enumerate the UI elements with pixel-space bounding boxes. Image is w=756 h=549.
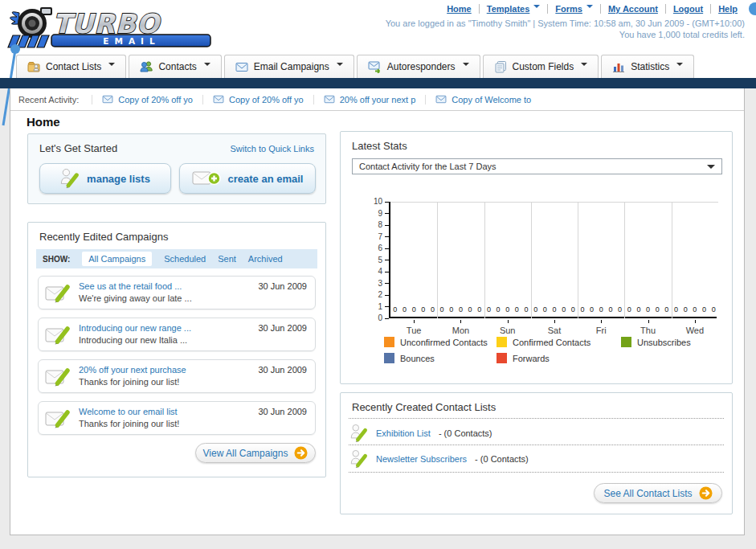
- campaign-row[interactable]: See us at the retail food ... We're givi…: [38, 276, 316, 309]
- recently-created-contact-lists-panel: Recently Created Contact Lists Exhibitio…: [340, 392, 733, 514]
- nav-home-link[interactable]: Home: [439, 4, 479, 14]
- campaign-text: 20% off your next purchase Thanks for jo…: [79, 364, 186, 388]
- tab-custom-fields[interactable]: Custom Fields: [483, 55, 599, 78]
- chart-element: 0: [626, 305, 632, 313]
- chevron-down-icon: [202, 61, 210, 72]
- chart-element: 0: [485, 305, 492, 313]
- chart-element: 6: [362, 244, 382, 252]
- chart-element: 0: [420, 305, 427, 313]
- campaign-row[interactable]: 20% off your next purchase Thanks for jo…: [38, 359, 316, 393]
- chart-element: [385, 225, 389, 226]
- tab-label: Custom Fields: [513, 61, 574, 72]
- chevron-down-icon: [707, 165, 715, 173]
- nav-templates-link[interactable]: Templates: [479, 4, 548, 14]
- chart-element: [648, 320, 649, 323]
- main-content: Recent Activity: Copy of 20% off yo Copy…: [10, 88, 745, 535]
- tab-autoresponders[interactable]: Autoresponders: [357, 55, 480, 78]
- manage-lists-button[interactable]: manage lists: [39, 163, 171, 194]
- tab-email-campaigns[interactable]: Email Campaigns: [224, 55, 354, 78]
- chart-element: 0: [533, 305, 539, 313]
- recent-activity-link[interactable]: Copy of Welcome to: [452, 95, 531, 104]
- contact-list-link[interactable]: Exhibition List: [376, 428, 431, 438]
- turbo-email-logo: TURBO EMAIL: [5, 3, 223, 55]
- chart-element: 0: [570, 305, 576, 313]
- envelope-pencil-icon: [45, 408, 72, 430]
- nav-help-link[interactable]: Help: [710, 4, 745, 14]
- campaign-title-link[interactable]: See us at the retail food ...: [79, 281, 182, 291]
- manage-lists-label: manage lists: [87, 173, 150, 185]
- nav-logout-link[interactable]: Logout: [665, 4, 710, 14]
- campaign-title-link[interactable]: 20% off your next purchase: [79, 365, 186, 375]
- campaign-subtitle: Introducing our new Italia ...: [79, 335, 187, 345]
- filter-sent[interactable]: Sent: [218, 254, 236, 264]
- view-all-campaigns-label: View All Campaigns: [203, 448, 288, 459]
- campaign-row[interactable]: Welcome to our email list Thanks for joi…: [38, 401, 316, 435]
- legend-swatch: [384, 353, 394, 363]
- view-all-campaigns-button[interactable]: View All Campaigns: [195, 443, 316, 463]
- chart-element: 1: [362, 302, 382, 311]
- filter-scheduled[interactable]: Scheduled: [164, 254, 206, 264]
- campaign-title-link[interactable]: Introducing our new range ...: [79, 323, 191, 333]
- chart-element: [601, 320, 602, 323]
- envelope-pencil-icon: [45, 282, 72, 305]
- campaign-text: Welcome to our email list Thanks for joi…: [79, 406, 179, 430]
- chart-element: Thu: [631, 326, 666, 335]
- chevron-down-icon: [579, 61, 587, 72]
- campaign-title-link[interactable]: Welcome to our email list: [79, 407, 178, 416]
- tab-statistics[interactable]: Statistics: [601, 55, 694, 78]
- legend-item: Unsubscribes: [621, 337, 691, 347]
- stats-period-select[interactable]: Contact Activity for the Last 7 Days: [352, 158, 722, 174]
- chart-element: 9: [362, 209, 382, 218]
- filter-archived[interactable]: Archived: [248, 254, 283, 264]
- legend-label: Confirmed Contacts: [513, 338, 590, 347]
- credits-info-text: You have 1,000 total credits left.: [619, 30, 745, 39]
- legend-label: Unsubscribes: [637, 338, 691, 347]
- filter-all-campaigns[interactable]: All Campaigns: [82, 252, 152, 266]
- chart-element: [460, 320, 461, 323]
- recent-activity-link[interactable]: 20% off your next p: [340, 95, 416, 104]
- campaign-row[interactable]: Introducing our new range ... Introducin…: [38, 318, 316, 351]
- create-email-button[interactable]: create an email: [179, 163, 316, 194]
- switch-to-quick-links[interactable]: Switch to Quick Links: [230, 144, 314, 154]
- main-tab-bar: Contact Lists Contacts Email Campaigns: [16, 55, 694, 78]
- chart-element: Tue: [396, 326, 431, 335]
- chart-element: 0: [701, 305, 708, 313]
- chart-element: 0: [505, 305, 511, 313]
- contact-list-link[interactable]: Newsletter Subscribers: [376, 454, 467, 464]
- nav-my-account-link[interactable]: My Account: [600, 4, 665, 14]
- chart-element: 0: [439, 305, 445, 313]
- chart-element: 0: [579, 305, 586, 313]
- chevron-down-icon: [461, 61, 469, 72]
- campaign-text: See us at the retail food ... We're givi…: [79, 281, 192, 305]
- chart-element: [578, 202, 578, 318]
- recent-activity-link[interactable]: Copy of 20% off yo: [118, 95, 193, 104]
- recent-activity-label: Recent Activity:: [18, 95, 92, 104]
- contact-list-item: Newsletter Subscribers - (0 Contacts): [350, 448, 529, 470]
- campaign-date: 30 Jun 2009: [258, 365, 307, 375]
- chart-element: [385, 202, 389, 203]
- recent-activity-link[interactable]: Copy of 20% off yo: [229, 95, 304, 104]
- chart-element: 0: [654, 305, 660, 313]
- recent-activity-item: Copy of 20% off yo: [202, 95, 313, 104]
- see-all-contact-lists-button[interactable]: See All Contact Lists: [594, 483, 722, 503]
- legend-item: Unconfirmed Contacts: [384, 337, 488, 347]
- chart-element: 0: [635, 305, 642, 313]
- chart-plot-area: [389, 202, 717, 318]
- person-pencil-icon: [60, 168, 80, 189]
- chevron-down-icon: [107, 61, 115, 72]
- show-label: SHOW:: [43, 255, 70, 264]
- tab-contact-lists[interactable]: Contact Lists: [16, 55, 126, 78]
- contact-lists-title: Recently Created Contact Lists: [352, 401, 496, 413]
- chart-element: [437, 202, 438, 318]
- chart-element: [385, 213, 389, 214]
- chart-element: [385, 306, 389, 307]
- contact-list-item: Exhibition List - (0 Contacts): [350, 422, 492, 445]
- envelope-icon: [324, 95, 335, 104]
- chart-element: [385, 236, 389, 237]
- chart-element: 0: [692, 305, 698, 313]
- chart-element: [695, 320, 696, 323]
- campaign-text: Introducing our new range ... Introducin…: [79, 322, 191, 346]
- tab-contacts[interactable]: Contacts: [129, 55, 221, 78]
- legend-swatch: [384, 337, 394, 347]
- nav-forms-link[interactable]: Forms: [547, 4, 600, 14]
